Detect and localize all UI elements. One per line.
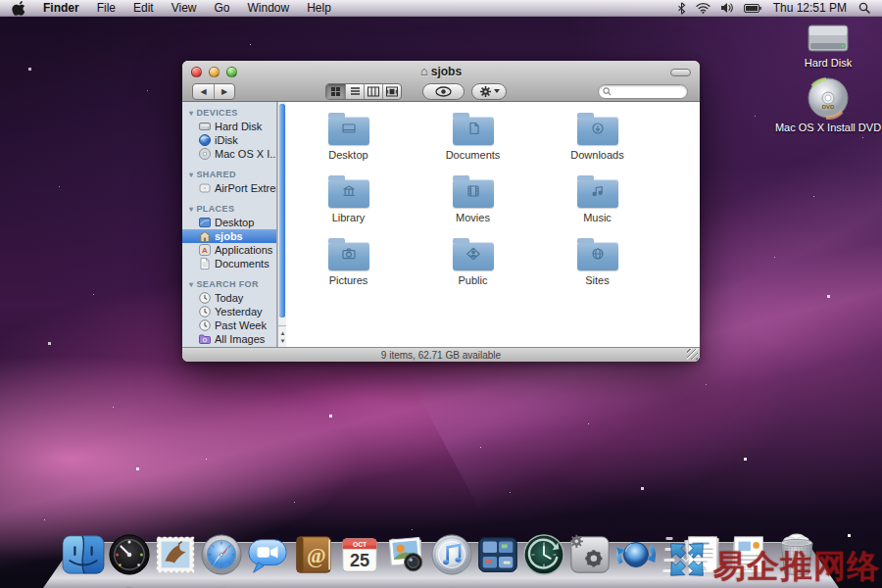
public-emblem-icon: [465, 248, 482, 261]
dock-finder-icon[interactable]: [61, 531, 106, 576]
search-field[interactable]: [598, 84, 688, 99]
sidebar-section-places[interactable]: ▾PLACES: [182, 202, 276, 216]
folder-movies[interactable]: Movies: [411, 172, 535, 235]
sidebar-item-past-week[interactable]: Past Week: [182, 318, 276, 332]
quick-look-button[interactable]: [422, 83, 465, 100]
svg-text:25: 25: [350, 551, 369, 570]
sidebar-item-desktop[interactable]: Desktop: [182, 216, 276, 229]
folder-icon: [453, 235, 494, 270]
window-titlebar[interactable]: ⌂sjobs ◀ ▶: [182, 61, 700, 102]
dock-system-preferences-icon[interactable]: [567, 531, 612, 576]
sidebar-item-all-images[interactable]: All Images: [182, 332, 276, 346]
dock-ical-icon[interactable]: OCT25: [337, 531, 382, 576]
dock-address-book-icon[interactable]: @: [291, 531, 336, 576]
apple-menu-icon[interactable]: [0, 0, 34, 16]
library-emblem-icon: [340, 185, 358, 198]
forward-button[interactable]: ▶: [214, 84, 234, 99]
folder-pictures[interactable]: Pictures: [286, 235, 411, 298]
folder-library[interactable]: Library: [286, 172, 411, 235]
menu-item-go[interactable]: Go: [206, 0, 239, 16]
menu-item-window[interactable]: Window: [239, 0, 299, 16]
desktop-icon-install-dvd[interactable]: DVD Mac OS X Install DVD: [755, 76, 882, 133]
column-view-button[interactable]: [364, 84, 382, 99]
disclosure-triangle-icon[interactable]: ▾: [189, 205, 193, 214]
list-view-button[interactable]: [345, 84, 364, 99]
coverflow-view-button[interactable]: [382, 84, 401, 99]
back-button[interactable]: ◀: [193, 84, 214, 99]
folder-label: Sites: [585, 274, 609, 286]
dock-itunes-icon[interactable]: [429, 531, 474, 576]
dock-iphoto-icon[interactable]: [383, 531, 428, 576]
volume-icon[interactable]: [718, 0, 736, 16]
sidebar-item-sjobs[interactable]: sjobs: [182, 229, 276, 243]
sites-emblem-icon: [589, 248, 607, 261]
sidebar-item-yesterday[interactable]: Yesterday: [182, 305, 276, 318]
folder-music[interactable]: Music: [535, 172, 660, 235]
bluetooth-icon[interactable]: [675, 0, 688, 16]
folder-label: Movies: [456, 212, 490, 223]
separator-dash: [664, 559, 675, 562]
sidebar-section-shared[interactable]: ▾SHARED: [182, 168, 276, 181]
sidebar-item-hard-disk[interactable]: Hard Disk: [182, 120, 276, 133]
menu-bar-clock[interactable]: Thu 12:51 PM: [769, 1, 851, 15]
dock-spaces-icon[interactable]: [475, 531, 520, 576]
folder-downloads[interactable]: Downloads: [535, 110, 660, 172]
folder-desktop[interactable]: Desktop: [286, 110, 411, 172]
sidebar-gap: [182, 270, 276, 277]
svg-text:DVD: DVD: [822, 104, 835, 110]
folder-label: Documents: [446, 149, 501, 161]
folder-label: Desktop: [328, 149, 368, 161]
dock-ichat-icon[interactable]: [245, 531, 290, 576]
sidebar-section-search-for[interactable]: ▾SEARCH FOR: [182, 277, 276, 291]
dock-software-update-icon[interactable]: [613, 531, 659, 576]
disclosure-triangle-icon[interactable]: ▾: [189, 109, 193, 118]
section-label: PLACES: [196, 204, 234, 214]
wifi-icon[interactable]: [694, 0, 712, 16]
sidebar-gap: [182, 195, 276, 202]
desktop-emblem-icon: [340, 122, 358, 135]
sidebar-item-airport-extreme[interactable]: AirPort Extreme: [182, 181, 276, 195]
disclosure-triangle-icon[interactable]: ▾: [189, 171, 193, 179]
sidebar-item-label: Desktop: [215, 217, 254, 228]
sidebar-item-idisk[interactable]: iDisk: [182, 133, 276, 147]
apple-logo-icon: [12, 1, 24, 16]
battery-icon[interactable]: [742, 0, 763, 16]
menu-item-finder[interactable]: Finder: [34, 0, 88, 16]
icon-view-button[interactable]: [326, 84, 345, 99]
dock-dashboard-icon[interactable]: [107, 531, 152, 576]
folder-documents[interactable]: Documents: [411, 110, 535, 172]
folder-icon: [453, 110, 494, 145]
sidebar-item-documents[interactable]: Documents: [182, 257, 276, 270]
toolbar-toggle-button[interactable]: [670, 69, 691, 76]
folder-label: Music: [583, 212, 612, 223]
sidebar-item-applications[interactable]: AApplications: [182, 243, 276, 257]
dock-trash-icon[interactable]: [772, 531, 821, 576]
folder-icon: [328, 110, 369, 145]
menu-item-view[interactable]: View: [163, 0, 206, 16]
sidebar-item-today[interactable]: Today: [182, 291, 276, 305]
folder-public[interactable]: Public: [411, 235, 535, 298]
search-input[interactable]: [612, 86, 680, 97]
sidebar-item-mac-os-x-i-[interactable]: Mac OS X I...: [182, 147, 276, 161]
dock-time-machine-icon[interactable]: [521, 531, 566, 576]
movies-emblem-icon: [465, 185, 482, 198]
desktop-icon-hard-disk[interactable]: Hard Disk: [755, 22, 882, 69]
idisk-icon: [199, 134, 211, 146]
dock-downloads-stack-icon[interactable]: LOL: [726, 531, 771, 576]
folder-sites[interactable]: Sites: [535, 235, 660, 298]
dock-documents-stack-icon[interactable]: LOL: [680, 531, 725, 576]
dock-safari-icon[interactable]: [199, 531, 244, 576]
menu-item-help[interactable]: Help: [298, 0, 340, 16]
menu-item-edit[interactable]: Edit: [124, 0, 163, 16]
scrollbar-thumb[interactable]: [279, 104, 285, 318]
sidebar-section-devices[interactable]: ▾DEVICES: [182, 106, 276, 120]
dock-mail-icon[interactable]: [153, 531, 198, 576]
action-menu-button[interactable]: [471, 83, 507, 100]
sidebar-item-label: Documents: [215, 258, 270, 270]
sidebar-scrollbar[interactable]: ▲▼: [277, 102, 286, 347]
spotlight-icon[interactable]: [857, 0, 872, 16]
disclosure-triangle-icon[interactable]: ▾: [189, 280, 193, 289]
window-title: ⌂sjobs: [182, 64, 700, 78]
menu-item-file[interactable]: File: [88, 0, 124, 16]
resize-grip[interactable]: [687, 349, 698, 360]
